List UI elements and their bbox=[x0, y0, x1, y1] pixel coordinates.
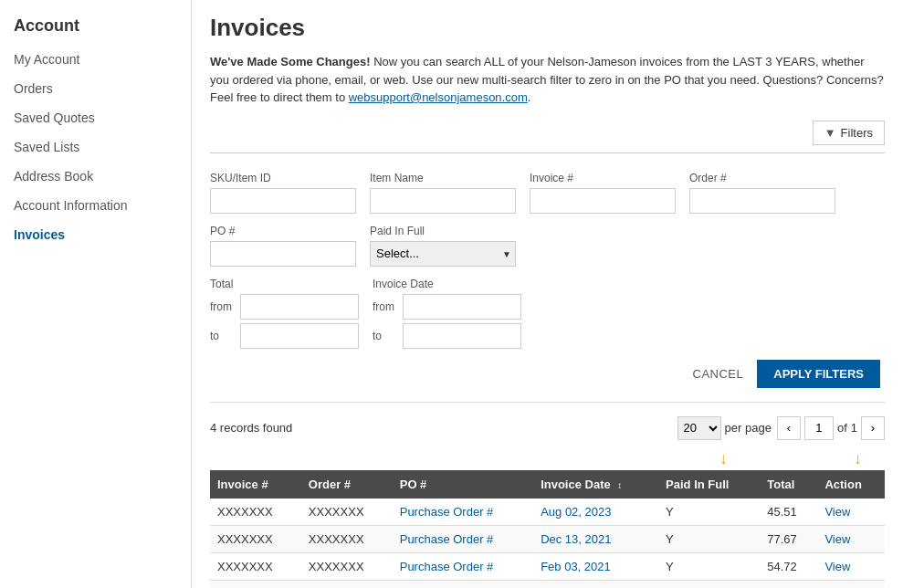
view-link-2[interactable]: View bbox=[824, 560, 850, 573]
cell-total-1: 77.67 bbox=[760, 525, 817, 552]
cell-paid-1: Y bbox=[658, 525, 760, 552]
sort-arrow-icon: ↕ bbox=[617, 480, 622, 490]
prev-page-button[interactable]: ‹ bbox=[777, 416, 801, 440]
cell-order-0: XXXXXXX bbox=[301, 499, 393, 526]
total-pages: 1 bbox=[851, 421, 857, 435]
filter-group-invoice: Invoice # bbox=[530, 172, 676, 214]
cell-po-1[interactable]: Purchase Order # bbox=[393, 525, 533, 552]
col-total: Total bbox=[760, 470, 817, 499]
sku-label: SKU/Item ID bbox=[210, 172, 356, 184]
per-page-select[interactable]: 20 50 100 bbox=[677, 416, 721, 440]
cell-date-2: Feb 03, 2021 bbox=[533, 552, 658, 580]
po-label: PO # bbox=[210, 225, 356, 237]
cell-date-0: Aug 02, 2023 bbox=[533, 499, 658, 526]
sku-input[interactable] bbox=[210, 188, 356, 214]
table-header: Invoice # Order # PO # Invoice Date ↕ Pa… bbox=[210, 470, 885, 499]
col-invoice: Invoice # bbox=[210, 470, 301, 499]
view-link-1[interactable]: View bbox=[824, 532, 850, 546]
table-row: XXXXXXX XXXXXXX Purchase Order # Aug 02,… bbox=[210, 499, 885, 526]
cell-paid-0: Y bbox=[658, 499, 760, 526]
sidebar-item-label: Invoices bbox=[14, 227, 65, 242]
filter-bar: ▼ Filters bbox=[210, 121, 885, 153]
paid-label: Paid In Full bbox=[370, 225, 516, 237]
cell-action-3[interactable]: View bbox=[817, 580, 885, 588]
total-to-row: to bbox=[210, 323, 359, 349]
page-input[interactable] bbox=[804, 416, 834, 440]
total-to-input[interactable] bbox=[240, 323, 359, 349]
total-from-row: from bbox=[210, 294, 359, 320]
notice-email-link[interactable]: websupport@nelsonjameson.com bbox=[349, 90, 528, 104]
total-from-input[interactable] bbox=[240, 294, 359, 320]
cell-po-3[interactable]: Purchase Order # bbox=[393, 580, 533, 588]
cell-paid-3: Y bbox=[658, 580, 760, 588]
col-po: PO # bbox=[393, 470, 533, 499]
notice-end: . bbox=[528, 90, 531, 104]
cell-order-2: XXXXXXX bbox=[301, 552, 393, 580]
cell-total-3: 44.55 bbox=[760, 580, 817, 588]
arrow-down-icon-1: ↓ bbox=[719, 449, 728, 468]
cell-action-1[interactable]: View bbox=[817, 525, 885, 552]
view-link-0[interactable]: View bbox=[824, 505, 850, 519]
filter-group-item-name: Item Name bbox=[370, 172, 516, 214]
sidebar-item-orders[interactable]: Orders bbox=[0, 74, 191, 103]
page-title: Invoices bbox=[210, 14, 885, 42]
sidebar-item-invoices[interactable]: Invoices bbox=[0, 220, 191, 249]
cell-po-0[interactable]: Purchase Order # bbox=[393, 499, 533, 526]
filter-group-po: PO # bbox=[210, 225, 356, 267]
cell-action-2[interactable]: View bbox=[817, 552, 885, 580]
invoice-input[interactable] bbox=[530, 188, 676, 214]
apply-filters-button[interactable]: APPLY FILTERS bbox=[757, 360, 880, 388]
sidebar-item-my-account[interactable]: My Account bbox=[0, 45, 191, 74]
cancel-button[interactable]: CANCEL bbox=[693, 367, 744, 381]
date-label: Invoice Date bbox=[373, 278, 521, 290]
sidebar-item-label: Address Book bbox=[14, 169, 93, 184]
paid-select[interactable]: Select... Yes No bbox=[370, 241, 516, 267]
filter-actions: CANCEL APPLY FILTERS bbox=[210, 360, 885, 388]
arrow-indicators: ↓ ↓ bbox=[210, 449, 885, 468]
invoice-label: Invoice # bbox=[530, 172, 676, 184]
notice-box: We've Made Some Changes! Now you can sea… bbox=[210, 53, 885, 107]
table-row: XXXXXXX XXXXXXX Purchase Order # Oct 13,… bbox=[210, 580, 885, 588]
sidebar-item-account-information[interactable]: Account Information bbox=[0, 191, 191, 220]
cell-invoice-0: XXXXXXX bbox=[210, 499, 301, 526]
cell-invoice-1: XXXXXXX bbox=[210, 525, 301, 552]
order-label: Order # bbox=[689, 172, 835, 184]
total-to-label: to bbox=[210, 330, 236, 342]
date-range-group: Invoice Date from to bbox=[373, 278, 521, 349]
sidebar-item-saved-lists[interactable]: Saved Lists bbox=[0, 132, 191, 162]
sidebar-item-saved-quotes[interactable]: Saved Quotes bbox=[0, 103, 191, 132]
cell-invoice-2: XXXXXXX bbox=[210, 552, 301, 580]
per-page-label: per page bbox=[725, 421, 772, 435]
cell-po-2[interactable]: Purchase Order # bbox=[393, 552, 533, 580]
sidebar-item-address-book[interactable]: Address Book bbox=[0, 162, 191, 191]
filter-row-3: Total from to Invoice Date from bbox=[210, 278, 885, 349]
per-page-select-wrapper: 20 50 100 per page bbox=[677, 416, 772, 440]
col-date[interactable]: Invoice Date ↕ bbox=[533, 470, 658, 499]
sidebar-item-label: Account Information bbox=[14, 198, 128, 213]
po-input[interactable] bbox=[210, 241, 356, 267]
item-name-input[interactable] bbox=[370, 188, 516, 214]
col-action: Action bbox=[817, 470, 885, 499]
date-from-label: from bbox=[373, 300, 398, 313]
total-from-label: from bbox=[210, 300, 236, 313]
funnel-icon: ▼ bbox=[824, 126, 836, 140]
next-page-button[interactable]: › bbox=[861, 416, 885, 440]
filter-row-1: SKU/Item ID Item Name Invoice # Order # bbox=[210, 172, 885, 214]
date-to-input[interactable] bbox=[403, 323, 521, 349]
pagination-controls: 20 50 100 per page ‹ of 1 › bbox=[677, 416, 885, 440]
total-range-group: Total from to bbox=[210, 278, 359, 349]
cell-total-0: 45.51 bbox=[760, 499, 817, 526]
sidebar-section-title: Account bbox=[0, 9, 191, 45]
date-to-label: to bbox=[373, 330, 398, 342]
order-input[interactable] bbox=[689, 188, 835, 214]
filter-group-paid: Paid In Full Select... Yes No bbox=[370, 225, 516, 267]
main-content: Invoices We've Made Some Changes! Now yo… bbox=[192, 0, 903, 588]
page-nav: ‹ of 1 › bbox=[777, 416, 885, 440]
sidebar-item-label: Saved Lists bbox=[14, 140, 79, 154]
page-of-label: of bbox=[837, 421, 847, 435]
filters-button[interactable]: ▼ Filters bbox=[813, 121, 885, 145]
cell-order-1: XXXXXXX bbox=[301, 525, 393, 552]
cell-action-0[interactable]: View bbox=[817, 499, 885, 526]
records-found: 4 records found bbox=[210, 421, 292, 435]
date-from-input[interactable] bbox=[403, 294, 521, 320]
